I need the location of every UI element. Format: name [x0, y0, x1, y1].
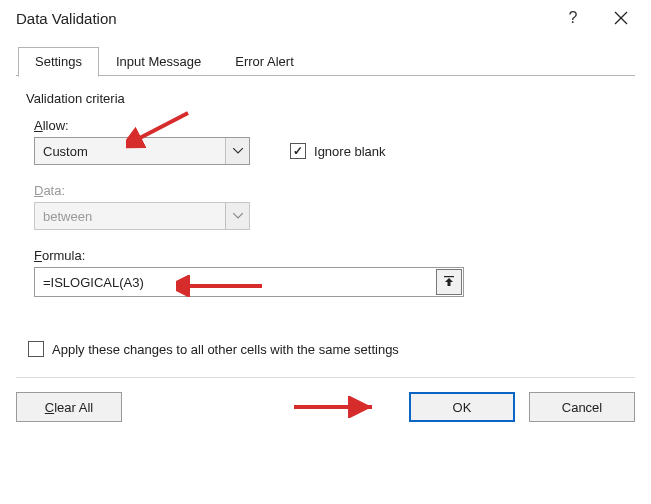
- formula-label: Formula:: [34, 248, 625, 263]
- apply-all-label: Apply these changes to all other cells w…: [52, 342, 399, 357]
- dialog-title: Data Validation: [16, 10, 553, 27]
- close-icon: [614, 11, 628, 25]
- formula-input[interactable]: =ISLOGICAL(A3): [34, 267, 464, 297]
- ignore-blank-checkbox[interactable]: [290, 143, 306, 159]
- clear-all-button[interactable]: Clear All: [16, 392, 122, 422]
- formula-value: =ISLOGICAL(A3): [35, 268, 435, 296]
- chevron-down-icon: [225, 203, 249, 229]
- arrow-up-icon: [443, 276, 455, 288]
- tab-input-message[interactable]: Input Message: [99, 47, 218, 77]
- cancel-button[interactable]: Cancel: [529, 392, 635, 422]
- data-label: Data:: [34, 183, 625, 198]
- range-picker-button[interactable]: [436, 269, 462, 295]
- svg-rect-2: [444, 276, 454, 277]
- apply-all-checkbox[interactable]: [28, 341, 44, 357]
- allow-select[interactable]: Custom: [34, 137, 250, 165]
- help-button[interactable]: ?: [553, 3, 593, 33]
- annotation-arrow-icon: [290, 396, 380, 418]
- data-select-value: between: [35, 203, 225, 229]
- tab-error-alert[interactable]: Error Alert: [218, 47, 311, 77]
- data-select: between: [34, 202, 250, 230]
- ok-button[interactable]: OK: [409, 392, 515, 422]
- allow-label: Allow:: [34, 118, 625, 133]
- tab-settings[interactable]: Settings: [18, 47, 99, 77]
- chevron-down-icon: [225, 138, 249, 164]
- criteria-heading: Validation criteria: [26, 91, 625, 106]
- ignore-blank-label: Ignore blank: [314, 144, 386, 159]
- close-button[interactable]: [601, 3, 641, 33]
- allow-select-value: Custom: [35, 138, 225, 164]
